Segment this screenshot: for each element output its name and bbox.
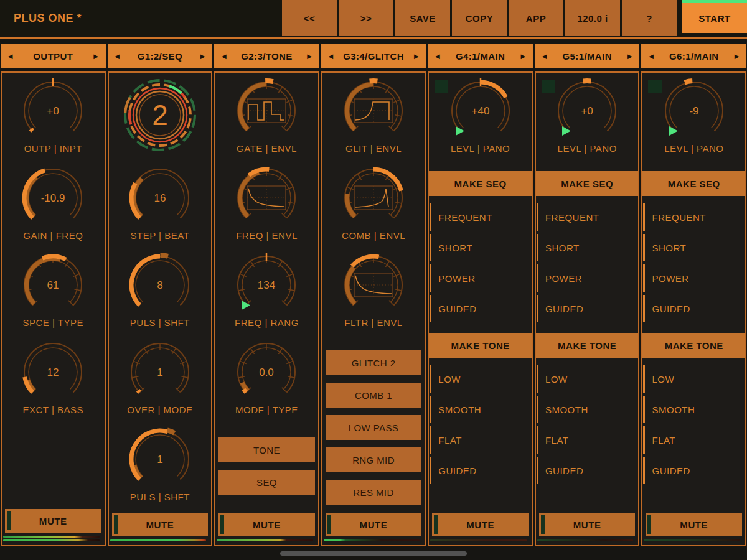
knob[interactable]: +40LEVL | PANO bbox=[429, 77, 532, 164]
horizontal-scrollbar[interactable] bbox=[280, 551, 467, 556]
option-frequent[interactable]: FREQUENT bbox=[643, 203, 743, 231]
knob-dial[interactable] bbox=[339, 77, 408, 145]
knob-dial[interactable]: +40 bbox=[446, 77, 515, 145]
low-pass-button[interactable]: LOW PASS bbox=[326, 415, 422, 440]
make-tone-button[interactable]: MAKE TONE bbox=[642, 333, 745, 358]
mute-button[interactable]: MUTE bbox=[112, 513, 209, 536]
knob-dial[interactable] bbox=[232, 77, 301, 145]
knob[interactable]: 8PULS | SHFT bbox=[109, 251, 212, 338]
chevron-left-icon[interactable]: ◄ bbox=[113, 52, 121, 60]
knob-dial[interactable]: 1 bbox=[126, 338, 194, 406]
option-guided[interactable]: GUIDED bbox=[537, 457, 636, 484]
knob[interactable]: -10.9GAIN | FREQ bbox=[2, 164, 105, 251]
option-short[interactable]: SHORT bbox=[430, 234, 529, 261]
knob-dial[interactable] bbox=[232, 164, 301, 232]
option-power[interactable]: POWER bbox=[537, 264, 636, 292]
mute-button[interactable]: MUTE bbox=[218, 513, 315, 536]
knob[interactable]: GATE | ENVL bbox=[215, 77, 318, 164]
tone-button[interactable]: TONE bbox=[218, 437, 315, 462]
option-short[interactable]: SHORT bbox=[537, 234, 636, 261]
knob[interactable]: GLIT | ENVL bbox=[322, 77, 425, 164]
option-short[interactable]: SHORT bbox=[643, 234, 743, 261]
app-button[interactable]: APP bbox=[509, 0, 563, 36]
prev-button[interactable]: << bbox=[282, 0, 337, 36]
copy-button[interactable]: COPY bbox=[452, 0, 507, 36]
knob[interactable]: 1OVER | MODE bbox=[109, 338, 212, 425]
knob-dial[interactable]: 12 bbox=[19, 338, 87, 406]
mute-button[interactable]: MUTE bbox=[326, 513, 422, 536]
save-button[interactable]: SAVE bbox=[395, 0, 450, 36]
make-seq-button[interactable]: MAKE SEQ bbox=[536, 171, 639, 196]
knob[interactable]: 12EXCT | BASS bbox=[2, 338, 105, 425]
knob[interactable]: FREQ | ENVL bbox=[215, 164, 318, 251]
knob[interactable]: 1PULS | SHFT bbox=[109, 425, 212, 512]
make-tone-button[interactable]: MAKE TONE bbox=[536, 333, 639, 358]
option-guided[interactable]: GUIDED bbox=[537, 295, 636, 322]
option-guided[interactable]: GUIDED bbox=[430, 457, 529, 484]
chevron-right-icon[interactable]: ► bbox=[92, 52, 100, 60]
knob-dial[interactable]: +0 bbox=[19, 77, 87, 145]
knob-dial[interactable]: 1 bbox=[126, 425, 194, 493]
knob-dial[interactable] bbox=[339, 251, 408, 319]
chevron-right-icon[interactable]: ► bbox=[306, 52, 314, 60]
knob[interactable]: FLTR | ENVL bbox=[322, 251, 425, 338]
chevron-left-icon[interactable]: ◄ bbox=[220, 52, 228, 60]
knob-dial[interactable]: 134 bbox=[232, 251, 301, 319]
make-seq-button[interactable]: MAKE SEQ bbox=[642, 171, 745, 196]
chevron-right-icon[interactable]: ► bbox=[626, 52, 634, 60]
option-low[interactable]: LOW bbox=[537, 365, 636, 393]
chevron-left-icon[interactable]: ◄ bbox=[647, 52, 655, 60]
make-tone-button[interactable]: MAKE TONE bbox=[429, 333, 532, 358]
option-smooth[interactable]: SMOOTH bbox=[537, 396, 636, 423]
start-button[interactable]: START bbox=[682, 0, 747, 33]
chevron-right-icon[interactable]: ► bbox=[199, 52, 207, 60]
next-button[interactable]: >> bbox=[339, 0, 393, 36]
option-frequent[interactable]: FREQUENT bbox=[537, 203, 636, 231]
sequence-dial-slot[interactable]: 2 bbox=[109, 77, 212, 164]
help-button[interactable]: ? bbox=[622, 0, 677, 36]
knob-dial[interactable]: 8 bbox=[126, 251, 194, 319]
knob[interactable]: +0OUTP | INPT bbox=[2, 77, 105, 164]
sequence-dial[interactable]: 2 bbox=[121, 77, 199, 154]
knob-dial[interactable]: -9 bbox=[660, 77, 728, 145]
knob-dial[interactable]: 61 bbox=[19, 251, 87, 319]
mute-button[interactable]: MUTE bbox=[432, 513, 529, 536]
comb-1-button[interactable]: COMB 1 bbox=[326, 383, 422, 408]
chevron-right-icon[interactable]: ► bbox=[519, 52, 527, 60]
mute-button[interactable]: MUTE bbox=[5, 509, 101, 533]
knob[interactable]: 0.0MODF | TYPE bbox=[215, 338, 318, 425]
option-smooth[interactable]: SMOOTH bbox=[643, 396, 743, 423]
option-flat[interactable]: FLAT bbox=[430, 426, 529, 454]
knob[interactable]: 16STEP | BEAT bbox=[109, 164, 212, 251]
option-flat[interactable]: FLAT bbox=[537, 426, 636, 454]
knob-dial[interactable]: -10.9 bbox=[19, 164, 87, 232]
option-low[interactable]: LOW bbox=[430, 365, 529, 393]
mute-button[interactable]: MUTE bbox=[539, 513, 636, 536]
chevron-left-icon[interactable]: ◄ bbox=[433, 52, 441, 60]
mute-button[interactable]: MUTE bbox=[646, 513, 742, 536]
chevron-right-icon[interactable]: ► bbox=[733, 52, 741, 60]
knob[interactable]: COMB | ENVL bbox=[322, 164, 425, 251]
option-guided[interactable]: GUIDED bbox=[430, 295, 529, 322]
option-power[interactable]: POWER bbox=[643, 264, 743, 292]
option-low[interactable]: LOW bbox=[643, 365, 743, 393]
knob-dial[interactable]: +0 bbox=[553, 77, 621, 145]
chevron-left-icon[interactable]: ◄ bbox=[6, 52, 14, 60]
option-guided[interactable]: GUIDED bbox=[643, 295, 743, 322]
tempo-button[interactable]: 120.0 i bbox=[565, 0, 620, 36]
chevron-left-icon[interactable]: ◄ bbox=[540, 52, 548, 60]
knob[interactable]: 61SPCE | TYPE bbox=[2, 251, 105, 338]
seq-button[interactable]: SEQ bbox=[218, 470, 315, 495]
knob-dial[interactable]: 0.0 bbox=[232, 338, 301, 406]
knob[interactable]: -9LEVL | PANO bbox=[642, 77, 745, 164]
knob[interactable]: +0LEVL | PANO bbox=[536, 77, 639, 164]
knob-dial[interactable]: 16 bbox=[126, 164, 194, 232]
glitch-2-button[interactable]: GLITCH 2 bbox=[326, 350, 422, 375]
chevron-left-icon[interactable]: ◄ bbox=[327, 52, 335, 60]
make-seq-button[interactable]: MAKE SEQ bbox=[429, 171, 532, 196]
rng-mid-button[interactable]: RNG MID bbox=[326, 447, 422, 472]
option-power[interactable]: POWER bbox=[430, 264, 529, 292]
chevron-right-icon[interactable]: ► bbox=[412, 52, 420, 60]
option-guided[interactable]: GUIDED bbox=[643, 457, 743, 484]
knob-dial[interactable] bbox=[339, 164, 408, 232]
